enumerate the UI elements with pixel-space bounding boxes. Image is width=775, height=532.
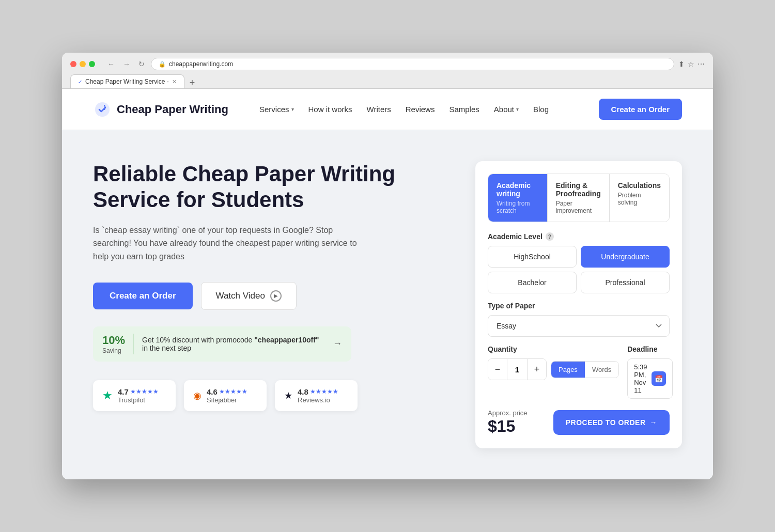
hero-left: Reliable Cheap Paper Writing Service for… [93, 161, 455, 411]
level-highschool[interactable]: HighSchool [488, 246, 577, 268]
nav-samples[interactable]: Samples [449, 105, 479, 114]
nav-reviews[interactable]: Reviews [406, 105, 435, 114]
trustpilot-info: 4.7 ★★★★★ Trustpilot [118, 387, 159, 404]
site-logo[interactable]: Cheap Paper Writing [93, 100, 228, 119]
order-form: Academic writing Writing from scratch Ed… [475, 161, 682, 448]
tab-close-button[interactable]: ✕ [172, 79, 177, 85]
level-bachelor[interactable]: Bachelor [488, 272, 577, 293]
quantity-controls: − + Pages Words [488, 358, 619, 380]
quantity-stepper: − + [488, 358, 547, 380]
reload-button[interactable]: ↻ [136, 59, 147, 69]
sitejabber-icon: ◉ [193, 390, 202, 401]
review-sitejabber: ◉ 4.6 ★★★★★ Sitejabber [184, 380, 267, 411]
nav-how-it-works[interactable]: How it works [308, 105, 352, 114]
sitejabber-info: 4.6 ★★★★★ Sitejabber [207, 387, 247, 404]
unit-pages[interactable]: Pages [551, 362, 585, 378]
type-of-paper-group: Type of Paper Essay Research Paper Term … [488, 302, 670, 337]
promo-divider [133, 334, 134, 354]
active-tab[interactable]: ✓ Cheap Paper Writing Service - ✕ [70, 74, 184, 88]
address-bar[interactable]: 🔒 cheappaperwriting.com [151, 58, 674, 70]
promo-text: Get 10% discount with promocode "cheappa… [142, 336, 324, 352]
deadline-section: Deadline 5:39 PM, Nov 11 📅 [627, 345, 672, 399]
level-undergraduate[interactable]: Undergraduate [581, 246, 670, 268]
quantity-label: Quantity [488, 345, 619, 353]
level-professional[interactable]: Professional [581, 272, 670, 293]
browser-titlebar: ← → ↻ 🔒 cheappaperwriting.com ⬆ ☆ ⋯ ✓ Ch… [62, 53, 713, 89]
tab-editing-proofreading[interactable]: Editing & Proofreading Paper improvement [548, 174, 610, 222]
browser-window: ← → ↻ 🔒 cheappaperwriting.com ⬆ ☆ ⋯ ✓ Ch… [62, 53, 713, 479]
nav-blog[interactable]: Blog [533, 105, 549, 114]
quantity-increase[interactable]: + [528, 359, 546, 380]
watch-video-button[interactable]: Watch Video ▶ [201, 282, 297, 310]
trustpilot-icon: ★ [102, 389, 113, 402]
browser-controls: ← → ↻ 🔒 cheappaperwriting.com ⬆ ☆ ⋯ [70, 58, 705, 70]
deadline-label: Deadline [627, 345, 672, 353]
logo-icon [93, 100, 112, 119]
site-nav: Services ▾ How it works Writers Reviews … [259, 105, 549, 114]
price-row: Approx. price $15 PROCEED TO ORDER → [488, 409, 670, 436]
hero-title: Reliable Cheap Paper Writing Service for… [93, 161, 455, 213]
services-chevron-icon: ▾ [291, 106, 294, 112]
promo-saving: 10% Saving [102, 334, 125, 354]
price-amount: $15 [488, 417, 528, 436]
deadline-value: 5:39 PM, Nov 11 [634, 363, 647, 394]
hero-section: Reliable Cheap Paper Writing Service for… [62, 130, 713, 479]
nav-services[interactable]: Services ▾ [259, 105, 294, 114]
unit-words[interactable]: Words [585, 362, 618, 378]
promo-code: "cheappaper10off" [254, 336, 319, 344]
extensions-icon[interactable]: ⋯ [698, 60, 705, 68]
header-cta-button[interactable]: Create an Order [599, 99, 682, 120]
review-reviews-io: ★ 4.8 ★★★★★ Reviews.io [275, 380, 358, 411]
quantity-section: Quantity − + Pages Words [488, 345, 619, 399]
lock-icon: 🔒 [159, 61, 166, 68]
browser-nav: ← → ↻ [105, 59, 147, 69]
create-order-button[interactable]: Create an Order [93, 283, 193, 309]
play-icon: ▶ [270, 290, 282, 302]
type-of-paper-label: Type of Paper [488, 302, 670, 310]
quantity-decrease[interactable]: − [488, 359, 507, 380]
promo-banner[interactable]: 10% Saving Get 10% discount with promoco… [93, 326, 351, 362]
proceed-arrow-icon: → [650, 418, 658, 427]
tab-title: Cheap Paper Writing Service - [85, 78, 169, 85]
tab-calculations[interactable]: Calculations Problem solving [610, 174, 669, 222]
hero-right: Academic writing Writing from scratch Ed… [475, 161, 682, 448]
logo-text: Cheap Paper Writing [117, 103, 228, 116]
share-icon[interactable]: ⬆ [678, 60, 685, 68]
tab-favicon: ✓ [78, 79, 82, 85]
nav-writers[interactable]: Writers [367, 105, 391, 114]
hero-description: Is `cheap essay writing` one of your top… [93, 224, 362, 263]
nav-about[interactable]: About ▾ [494, 105, 519, 114]
review-trustpilot: ★ 4.7 ★★★★★ Trustpilot [93, 380, 176, 411]
forward-button[interactable]: → [121, 59, 132, 69]
price-section: Approx. price $15 [488, 409, 528, 436]
academic-level-label: Academic Level ? [488, 232, 670, 241]
tabs-bar: ✓ Cheap Paper Writing Service - ✕ + [70, 74, 705, 88]
browser-toolbar: ⬆ ☆ ⋯ [678, 60, 705, 68]
reviews-icon: ★ [284, 390, 292, 401]
service-tabs: Academic writing Writing from scratch Ed… [488, 174, 670, 222]
quantity-deadline-row: Quantity − + Pages Words [488, 345, 670, 399]
proceed-to-order-button[interactable]: PROCEED TO ORDER → [553, 410, 670, 435]
reviews-row: ★ 4.7 ★★★★★ Trustpilot ◉ [93, 380, 455, 411]
site-header: Cheap Paper Writing Services ▾ How it wo… [62, 89, 713, 130]
trustpilot-stars: ★★★★★ [130, 388, 159, 395]
traffic-lights [70, 61, 95, 67]
help-icon[interactable]: ? [546, 232, 554, 241]
back-button[interactable]: ← [105, 59, 117, 69]
deadline-picker[interactable]: 5:39 PM, Nov 11 📅 [627, 358, 672, 399]
maximize-button[interactable] [89, 61, 95, 67]
url-text: cheappaperwriting.com [169, 60, 233, 68]
minimize-button[interactable] [80, 61, 86, 67]
quantity-value[interactable] [507, 359, 528, 380]
reviews-io-stars: ★★★★★ [310, 388, 338, 395]
calendar-icon: 📅 [652, 371, 666, 386]
unit-toggle: Pages Words [551, 361, 619, 378]
paper-type-select[interactable]: Essay Research Paper Term Paper Coursewo… [488, 315, 670, 337]
new-tab-button[interactable]: + [185, 77, 199, 88]
tab-academic-writing[interactable]: Academic writing Writing from scratch [488, 174, 548, 222]
sitejabber-stars: ★★★★★ [219, 388, 247, 395]
close-button[interactable] [70, 61, 76, 67]
page-content: Cheap Paper Writing Services ▾ How it wo… [62, 89, 713, 479]
hero-actions: Create an Order Watch Video ▶ [93, 282, 455, 310]
bookmark-icon[interactable]: ☆ [688, 60, 694, 68]
